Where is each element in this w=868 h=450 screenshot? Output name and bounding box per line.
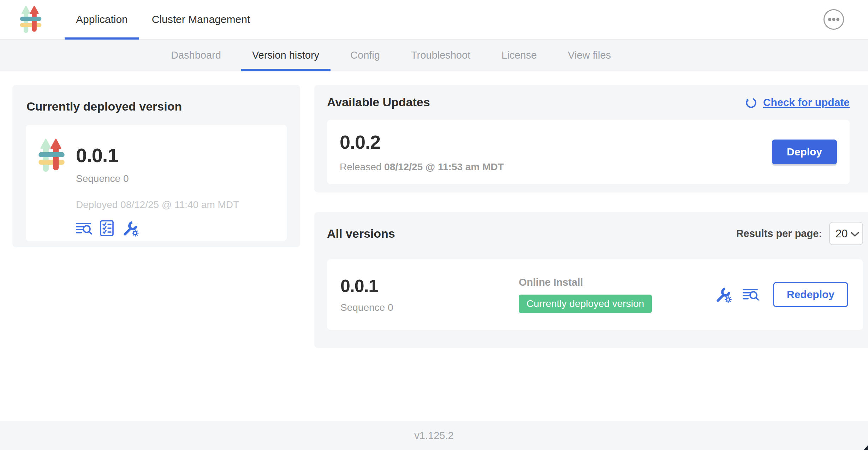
wrench-gear-icon[interactable] <box>715 286 732 303</box>
results-per-page-label: Results per page: <box>736 228 822 239</box>
tab-troubleshoot-label: Troubleshoot <box>411 49 470 61</box>
app-logo-icon <box>19 5 42 34</box>
deployed-version-number: 0.0.1 <box>76 144 239 167</box>
version-row: 0.0.1 Sequence 0 Online Install Currentl… <box>327 259 863 330</box>
update-version-number: 0.0.2 <box>340 131 504 153</box>
tab-config[interactable]: Config <box>335 40 396 71</box>
tab-application-label: Application <box>76 13 128 25</box>
deployed-version-actions <box>76 220 239 237</box>
tab-view-files[interactable]: View files <box>552 40 626 71</box>
cursor-artifact <box>862 444 868 450</box>
logs-search-icon[interactable] <box>76 222 92 235</box>
check-for-update-link[interactable]: Check for update <box>745 96 850 109</box>
redeploy-button[interactable]: Redeploy <box>773 282 848 307</box>
currently-deployed-badge: Currently deployed version <box>519 295 652 313</box>
tab-dashboard[interactable]: Dashboard <box>155 40 237 71</box>
tab-license-label: License <box>501 49 537 61</box>
tab-dashboard-label: Dashboard <box>171 49 221 61</box>
results-per-page-select[interactable]: 20 <box>829 222 863 245</box>
logs-search-icon[interactable] <box>743 288 759 301</box>
row-version-number: 0.0.1 <box>340 276 519 296</box>
tab-version-history[interactable]: Version history <box>237 40 335 71</box>
all-versions-title: All versions <box>327 227 395 241</box>
available-updates-card: Available Updates Check for update 0.0.2… <box>314 85 868 193</box>
check-for-update-label: Check for update <box>763 96 850 108</box>
available-updates-title: Available Updates <box>327 95 430 109</box>
header-tabs: Application Cluster Management <box>64 0 262 39</box>
top-header: Application Cluster Management <box>0 0 868 40</box>
preflight-checklist-icon[interactable] <box>100 220 114 237</box>
tab-cluster-management[interactable]: Cluster Management <box>140 0 262 39</box>
update-released-line: Released 08/12/25 @ 11:53 am MDT <box>340 161 504 173</box>
deployed-timestamp: Deployed 08/12/25 @ 11:40 am MDT <box>76 199 239 211</box>
row-actions: Redeploy <box>715 282 850 307</box>
tab-troubleshoot[interactable]: Troubleshoot <box>396 40 486 71</box>
deploy-button[interactable]: Deploy <box>772 140 837 164</box>
tab-application[interactable]: Application <box>64 0 140 39</box>
console-footer: v1.125.2 <box>0 421 868 450</box>
released-date: 08/12/25 @ 11:53 am MDT <box>384 161 504 172</box>
row-sequence: Sequence 0 <box>340 302 519 313</box>
released-label: Released <box>340 161 381 172</box>
deployed-sequence: Sequence 0 <box>76 173 239 184</box>
tab-version-history-label: Version history <box>252 49 319 61</box>
app-logo-icon <box>38 137 65 173</box>
install-type-label: Online Install <box>519 277 715 288</box>
tab-view-files-label: View files <box>568 49 611 61</box>
console-version: v1.125.2 <box>414 430 453 442</box>
tab-config-label: Config <box>350 49 380 61</box>
all-versions-card: All versions Results per page: 20 0 <box>314 212 868 348</box>
ellipsis-menu-icon[interactable] <box>823 8 845 30</box>
tab-license[interactable]: License <box>486 40 552 71</box>
main-content: Currently deployed version 0.0.1 Sequenc… <box>0 71 868 421</box>
update-row: 0.0.2 Released 08/12/25 @ 11:53 am MDT D… <box>327 120 850 184</box>
refresh-icon <box>745 96 757 109</box>
app-logo <box>19 0 42 39</box>
deployed-version-panel: 0.0.1 Sequence 0 Deployed 08/12/25 @ 11:… <box>26 125 287 241</box>
currently-deployed-card: Currently deployed version 0.0.1 Sequenc… <box>12 85 300 247</box>
deployed-card-title: Currently deployed version <box>26 100 287 113</box>
wrench-gear-icon[interactable] <box>122 220 139 237</box>
app-subnav: Dashboard Version history Config Trouble… <box>0 40 868 71</box>
tab-cluster-management-label: Cluster Management <box>152 13 250 25</box>
